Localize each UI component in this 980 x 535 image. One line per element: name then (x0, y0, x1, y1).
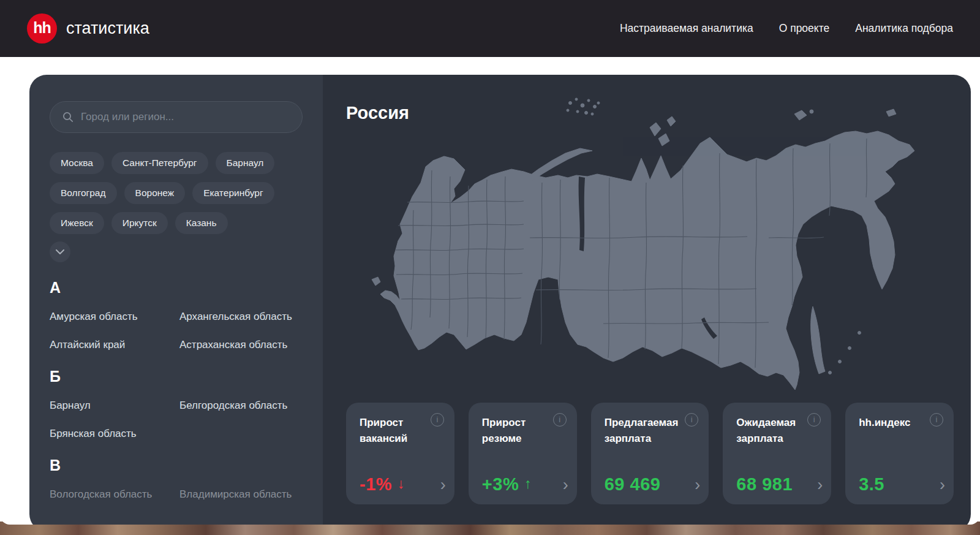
region-search[interactable] (50, 101, 303, 133)
app-title: статистика (66, 19, 149, 38)
chip-irkutsk[interactable]: Иркутск (111, 212, 168, 234)
chip-izhevsk[interactable]: Ижевск (50, 212, 104, 234)
hh-logo-icon: hh (27, 13, 57, 44)
search-input[interactable] (81, 111, 290, 123)
region-link[interactable]: Владимирская область (179, 488, 292, 501)
card-title: Прирост вакансий (360, 415, 441, 446)
region-section-b: Б Барнаул Брянская область Белгородская … (50, 368, 303, 440)
region-sidebar: Москва Санкт-Петербург Барнаул Волгоград… (29, 75, 323, 525)
chevron-right-icon[interactable] (817, 479, 823, 491)
page-content: Москва Санкт-Петербург Барнаул Волгоград… (0, 57, 980, 525)
card-expected-salary[interactable]: Ожидаемая зарплата 68 981 (723, 403, 831, 504)
map-area: Россия (323, 75, 971, 525)
chevron-down-icon (56, 249, 64, 254)
chip-kazan[interactable]: Казань (175, 212, 228, 234)
region-section-v: В Вологодская область Владимирская облас… (50, 457, 303, 501)
region-link[interactable]: Архангельская область (179, 311, 292, 323)
card-value: 68 981 (736, 474, 793, 495)
chevron-right-icon[interactable] (695, 479, 700, 491)
card-title: Предлагаемая зарплата (605, 415, 696, 446)
hh-logo[interactable]: hh статистика (27, 13, 149, 44)
info-icon[interactable] (930, 413, 943, 427)
russia-map[interactable] (340, 85, 959, 440)
chip-moscow[interactable]: Москва (50, 152, 104, 174)
card-offered-salary[interactable]: Предлагаемая зарплата 69 469 (591, 403, 709, 504)
region-link[interactable]: Брянская область (50, 428, 179, 440)
card-resume-growth[interactable]: Прирост резюме +3% ↑ (469, 403, 577, 504)
card-value: -1% (360, 474, 392, 495)
card-title: hh.индекс (859, 415, 940, 431)
section-letter: В (50, 457, 303, 474)
chip-saint-petersburg[interactable]: Санкт-Петербург (111, 152, 208, 174)
info-icon[interactable] (553, 413, 567, 427)
info-icon[interactable] (431, 413, 444, 427)
search-icon (62, 112, 74, 123)
info-icon[interactable] (807, 413, 821, 427)
card-hh-index[interactable]: hh.индекс 3.5 (845, 403, 954, 504)
chevron-right-icon[interactable] (440, 479, 446, 491)
card-value: 3.5 (859, 474, 884, 495)
trend-up-icon: ↑ (524, 476, 532, 493)
chip-barnaul[interactable]: Барнаул (216, 152, 275, 174)
app-header: hh статистика Настраиваемая аналитика О … (0, 0, 980, 57)
trend-down-icon: ↓ (398, 476, 405, 493)
chip-voronezh[interactable]: Воронеж (124, 182, 186, 204)
chip-ekaterinburg[interactable]: Екатеринбург (192, 182, 274, 204)
header-nav: Настраиваемая аналитика О проекте Аналит… (620, 22, 953, 35)
info-icon[interactable] (685, 413, 698, 427)
nav-custom-analytics[interactable]: Настраиваемая аналитика (620, 22, 753, 35)
region-link[interactable]: Барнаул (50, 400, 179, 412)
card-value: 69 469 (605, 474, 661, 495)
region-link[interactable]: Астраханская область (179, 339, 292, 351)
section-letter: А (50, 279, 303, 297)
nav-recruiting-analytics[interactable]: Аналитика подбора (855, 22, 953, 35)
chevron-right-icon[interactable] (940, 479, 945, 491)
region-link[interactable]: Белгородская область (179, 400, 287, 412)
selected-region-title: Россия (346, 103, 409, 123)
region-link[interactable]: Амурская область (50, 311, 179, 323)
chevron-right-icon[interactable] (563, 479, 568, 491)
chip-volgograd[interactable]: Волгоград (50, 182, 117, 204)
stat-cards-row: Прирост вакансий -1% ↓ Прирост резюме +3… (346, 403, 954, 504)
dashboard-panel: Москва Санкт-Петербург Барнаул Волгоград… (29, 75, 971, 525)
section-letter: Б (50, 368, 303, 385)
card-title: Ожидаемая зарплата (736, 415, 818, 446)
card-title: Прирост резюме (482, 415, 564, 446)
expand-cities-button[interactable] (50, 241, 70, 262)
region-link[interactable]: Алтайский край (50, 339, 179, 351)
quick-city-chips: Москва Санкт-Петербург Барнаул Волгоград… (50, 152, 303, 234)
nav-about-project[interactable]: О проекте (779, 22, 830, 35)
region-link[interactable]: Вологодская область (50, 488, 179, 501)
card-value: +3% (482, 474, 519, 495)
region-section-a: А Амурская область Алтайский край Арханг… (50, 279, 303, 351)
card-vacancy-growth[interactable]: Прирост вакансий -1% ↓ (346, 403, 454, 504)
